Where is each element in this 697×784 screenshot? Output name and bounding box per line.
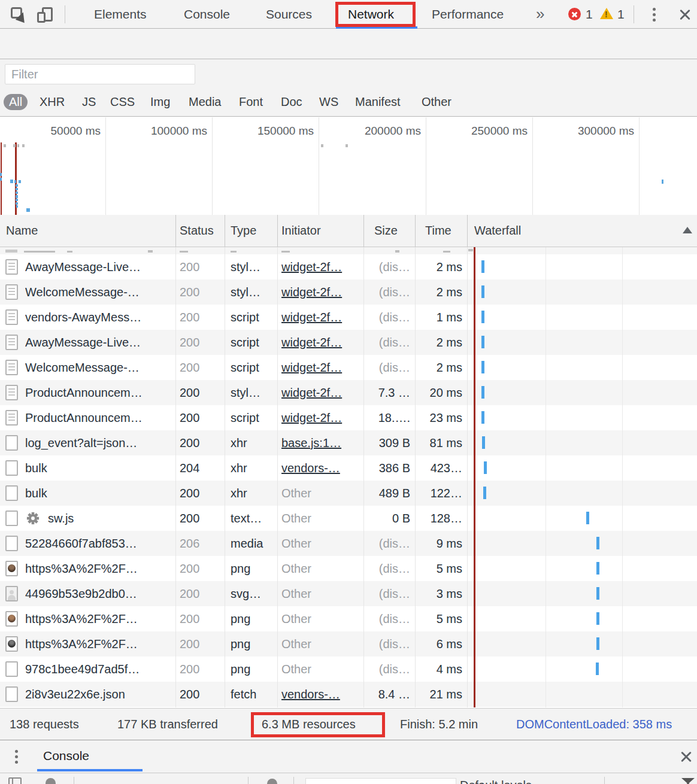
request-name[interactable]: bulk [25,455,174,481]
request-initiator-link[interactable]: widget-2f… [281,330,361,355]
column-header-status[interactable]: Status [180,215,214,247]
request-initiator-link[interactable]: vendors-… [281,682,361,707]
request-row[interactable]: 2i8v3eu22x6e.json200fetchvendors-…8.4 …2… [0,682,697,707]
request-row[interactable]: AwayMessage-Live…200styl…widget-2f…(dis…… [0,254,697,279]
close-drawer-icon[interactable] [680,750,693,763]
drawer-tab-console[interactable]: Console [43,749,89,763]
funnel-small-icon[interactable] [681,778,695,784]
request-row[interactable]: AwayMessage-Live…200scriptwidget-2f…(dis… [0,330,697,355]
request-row[interactable]: 44969b53e9b2db0…200svg…Other(dis…3 ms [0,581,697,606]
device-toolbar-icon[interactable] [37,7,55,23]
log-levels-select[interactable]: Default levels [460,779,532,784]
drawer-menu-icon[interactable] [13,747,20,765]
request-name[interactable]: 52284660f7abf853… [25,531,174,556]
waterfall-bar[interactable] [596,612,599,625]
request-initiator-link[interactable]: widget-2f… [281,305,361,330]
eye-icon[interactable] [267,779,277,784]
request-name[interactable]: AwayMessage-Live… [25,330,174,355]
request-initiator-link[interactable]: widget-2f… [281,254,361,279]
waterfall-bar[interactable] [586,512,589,524]
inspect-icon[interactable] [11,7,25,22]
request-name[interactable]: AwayMessage-Live… [25,254,174,279]
column-header-name[interactable]: Name [6,215,38,247]
request-row[interactable]: vendors-AwayMess…200scriptwidget-2f…(dis… [0,305,697,330]
request-row-partial[interactable] [0,247,697,254]
column-separator[interactable] [363,215,364,247]
column-header-size[interactable]: Size [374,215,398,247]
filter-chip-js[interactable]: JS [82,94,96,110]
waterfall-bar[interactable] [481,260,484,273]
requests-table-body[interactable]: AwayMessage-Live…200styl…widget-2f…(dis…… [0,247,697,707]
filter-chip-media[interactable]: Media [189,94,221,110]
request-row[interactable]: log_event?alt=json…200xhrbase.js:1…309 B… [0,430,697,455]
request-name[interactable]: bulk [25,481,174,506]
request-initiator-link[interactable]: widget-2f… [281,380,361,405]
request-name[interactable]: 978c1bee49d7ad5f… [25,657,174,682]
waterfall-bar[interactable] [596,562,599,575]
request-initiator-link[interactable]: base.js:1… [281,430,361,455]
request-row[interactable]: ProductAnnouncem…200scriptwidget-2f…18.…… [0,405,697,430]
warning-icon[interactable]: ! [600,8,613,19]
more-menu-icon[interactable] [650,5,657,23]
close-devtools-icon[interactable] [678,8,692,21]
request-row[interactable]: 978c1bee49d7ad5f…200pngOther(dis…4 ms [0,657,697,682]
waterfall-bar[interactable] [481,336,484,348]
request-row[interactable]: 52284660f7abf853…206mediaOther(dis…9 ms [0,531,697,556]
request-name[interactable]: log_event?alt=json… [25,430,174,455]
waterfall-bar[interactable] [481,285,484,298]
filter-chip-xhr[interactable]: XHR [40,94,65,110]
error-icon[interactable] [568,8,581,20]
filter-chip-css[interactable]: CSS [110,94,135,110]
waterfall-bar[interactable] [483,487,486,499]
request-name[interactable]: https%3A%2F%2F… [25,631,174,657]
waterfall-bar[interactable] [481,386,484,399]
column-separator[interactable] [225,215,225,247]
request-row[interactable]: bulk200xhrOther489 B122… [0,481,697,506]
column-header-time[interactable]: Time [425,215,451,247]
request-name[interactable]: 44969b53e9b2db0… [25,581,174,606]
clear-console-icon[interactable] [46,778,56,784]
waterfall-bar[interactable] [482,436,485,449]
column-separator[interactable] [467,215,468,247]
waterfall-bar[interactable] [596,637,599,650]
request-row[interactable]: https%3A%2F%2F…200pngOther(dis…6 ms [0,631,697,657]
waterfall-bar[interactable] [481,411,484,424]
request-name[interactable]: https%3A%2F%2F… [25,606,174,631]
filter-chip-all[interactable]: All [4,94,28,110]
tab-performance[interactable]: Performance [432,0,504,28]
request-initiator-link[interactable]: widget-2f… [281,279,361,305]
request-name[interactable]: https%3A%2F%2F… [25,556,174,581]
column-separator[interactable] [277,215,278,247]
request-name[interactable]: ProductAnnouncem… [25,380,174,405]
tab-sources[interactable]: Sources [266,0,312,28]
waterfall-bar[interactable] [596,537,599,549]
request-initiator-link[interactable]: widget-2f… [281,355,361,380]
request-row[interactable]: bulk204xhrvendors-…386 B423… [0,455,697,481]
request-name[interactable]: sw.js [48,506,196,531]
filter-chip-img[interactable]: Img [150,94,170,110]
waterfall-bar[interactable] [484,461,487,474]
filter-chip-manifest[interactable]: Manifest [355,94,401,110]
tab-console[interactable]: Console [184,0,230,28]
request-row[interactable]: sw.js200text…Other0 B128… [0,506,697,531]
request-row[interactable]: https%3A%2F%2F…200pngOther(dis…5 ms [0,556,697,581]
request-name[interactable]: ProductAnnouncem… [25,405,174,430]
waterfall-bar[interactable] [596,663,599,675]
console-filter-input[interactable] [305,778,456,784]
filter-input[interactable] [5,64,195,84]
column-header-initiator[interactable]: Initiator [281,215,321,247]
overflow-tabs-icon[interactable]: » [536,0,544,28]
filter-chip-font[interactable]: Font [239,94,263,110]
column-header-waterfall[interactable]: Waterfall [474,215,521,247]
request-initiator-link[interactable]: vendors-… [281,455,361,481]
request-row[interactable]: https%3A%2F%2F…200pngOther(dis…5 ms [0,606,697,631]
request-name[interactable]: vendors-AwayMess… [25,305,174,330]
column-header-type[interactable]: Type [231,215,256,247]
waterfall-bar[interactable] [596,587,599,600]
timeline-overview[interactable]: 50000 ms100000 ms150000 ms200000 ms25000… [0,117,697,215]
request-row[interactable]: WelcomeMessage-…200styl…widget-2f…(dis…2… [0,279,697,305]
filter-chip-doc[interactable]: Doc [281,94,302,110]
request-name[interactable]: WelcomeMessage-… [25,355,174,380]
filter-chip-ws[interactable]: WS [319,94,338,110]
column-separator[interactable] [175,215,176,247]
